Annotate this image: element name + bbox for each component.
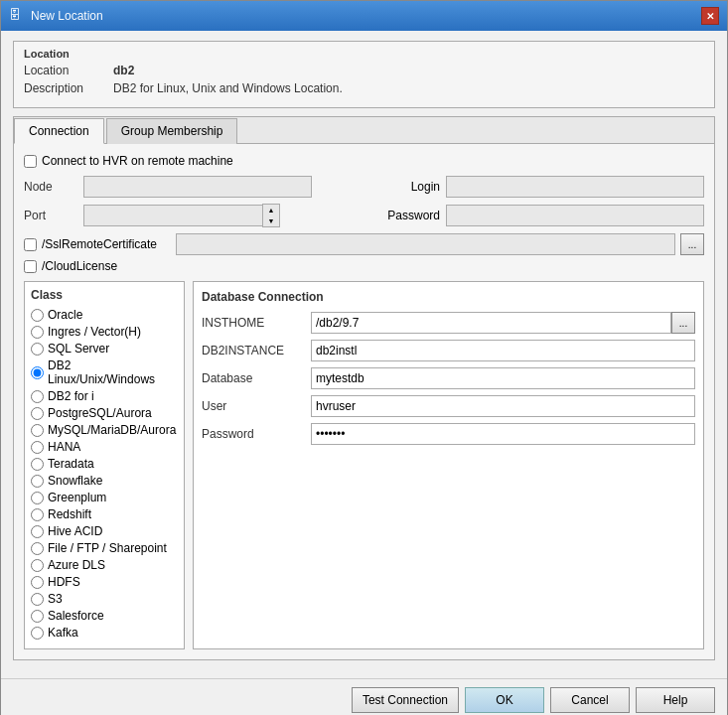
class-item-greenplum[interactable]: Greenplum [31,491,178,504]
class-radio-sqlserver[interactable] [31,343,44,356]
class-item-ingres[interactable]: Ingres / Vector(H) [31,325,178,339]
class-item-mysql[interactable]: MySQL/MariaDB/Aurora [31,423,178,437]
class-radio-kafka[interactable] [31,627,44,640]
cancel-button[interactable]: Cancel [550,687,630,713]
spin-down[interactable]: ▼ [263,215,279,226]
db-connection-panel: Database Connection INSTHOME...DB2INSTAN… [193,281,704,649]
node-input[interactable] [83,176,312,198]
class-radio-redshift[interactable] [31,508,44,521]
class-item-s3[interactable]: S3 [31,592,178,606]
db-field-wrapper-db2instance [311,340,695,361]
class-label-sqlserver: SQL Server [48,342,109,356]
ssl-browse-button[interactable]: ... [680,233,704,255]
class-item-hana[interactable]: HANA [31,440,178,454]
port-spinbox: ▲ ▼ [83,204,280,227]
class-label-hdfs: HDFS [48,575,80,589]
class-label-teradata: Teradata [48,457,94,471]
main-content: Class OracleIngres / Vector(H)SQL Server… [24,281,704,649]
class-radio-teradata[interactable] [31,458,44,471]
ssl-checkbox[interactable] [24,238,37,251]
login-input[interactable] [446,176,704,198]
remote-checkbox[interactable] [24,155,37,168]
class-item-salesforce[interactable]: Salesforce [31,609,178,623]
class-item-hdfs[interactable]: HDFS [31,575,178,589]
class-list: OracleIngres / Vector(H)SQL ServerDB2 Li… [31,308,178,640]
db-field-wrapper-insthome: ... [311,312,695,334]
db-field-input-insthome[interactable] [311,312,671,334]
tab-connection[interactable]: Connection [14,118,104,144]
db-field-input-user[interactable] [311,395,695,417]
ssl-label[interactable]: /SslRemoteCertificate [42,237,171,251]
class-radio-azure[interactable] [31,559,44,572]
password-input[interactable] [446,205,704,226]
class-label-redshift: Redshift [48,507,91,521]
class-item-postgresql[interactable]: PostgreSQL/Aurora [31,406,178,420]
description-value: DB2 for Linux, Unix and Windows Location… [113,81,343,95]
class-label-db2linux: DB2 Linux/Unix/Windows [48,358,178,386]
class-radio-db2i[interactable] [31,390,44,403]
class-item-sqlserver[interactable]: SQL Server [31,342,178,356]
ssl-row: /SslRemoteCertificate ... [24,233,704,255]
class-item-hive[interactable]: Hive ACID [31,524,178,538]
class-radio-postgresql[interactable] [31,407,44,420]
close-button[interactable]: ✕ [701,7,719,25]
spin-up[interactable]: ▲ [263,205,279,215]
port-input[interactable] [83,205,262,226]
class-item-azure[interactable]: Azure DLS [31,558,178,572]
db-connection-title: Database Connection [202,290,695,304]
class-radio-ftp[interactable] [31,542,44,555]
tab-group-membership[interactable]: Group Membership [106,118,238,144]
test-connection-button[interactable]: Test Connection [352,687,459,713]
class-label-hive: Hive ACID [48,524,102,538]
new-location-dialog: 🗄 New Location ✕ Location Location db2 D… [0,0,728,715]
ok-button[interactable]: OK [465,687,544,713]
class-label-db2i: DB2 for i [48,389,94,403]
tabs-header: Connection Group Membership [14,117,714,144]
ssl-input[interactable] [176,233,675,255]
db-field-label-user: User [202,399,311,413]
class-radio-hive[interactable] [31,525,44,538]
class-item-db2linux[interactable]: DB2 Linux/Unix/Windows [31,358,178,386]
class-radio-mysql[interactable] [31,424,44,437]
description-label: Description [24,81,103,95]
class-item-oracle[interactable]: Oracle [31,308,178,322]
location-value: db2 [113,64,134,77]
class-radio-greenplum[interactable] [31,492,44,504]
class-radio-salesforce[interactable] [31,610,44,623]
class-item-teradata[interactable]: Teradata [31,457,178,471]
class-radio-oracle[interactable] [31,309,44,322]
class-radio-ingres[interactable] [31,326,44,339]
password-label: Password [380,209,440,222]
class-radio-hdfs[interactable] [31,576,44,589]
class-label-salesforce: Salesforce [48,609,104,623]
db-browse-insthome[interactable]: ... [671,312,695,334]
class-item-snowflake[interactable]: Snowflake [31,474,178,488]
class-item-kafka[interactable]: Kafka [31,626,178,640]
port-password-row: Port ▲ ▼ Password [24,204,704,227]
login-label: Login [390,180,440,194]
class-radio-hana[interactable] [31,441,44,454]
class-item-ftp[interactable]: File / FTP / Sharepoint [31,541,178,555]
location-field-row: Location db2 [24,64,704,77]
help-button[interactable]: Help [636,687,715,713]
db-field-wrapper-password [311,423,695,445]
cloud-checkbox[interactable] [24,260,37,273]
class-label-azure: Azure DLS [48,558,105,572]
class-label-ftp: File / FTP / Sharepoint [48,541,167,555]
remote-checkbox-label[interactable]: Connect to HVR on remote machine [42,154,233,168]
db-field-input-database[interactable] [311,367,695,389]
cloud-label[interactable]: /CloudLicense [42,259,117,273]
class-label-postgresql: PostgreSQL/Aurora [48,406,152,420]
class-radio-s3[interactable] [31,593,44,606]
db-field-input-password[interactable] [311,423,695,445]
class-panel-title: Class [31,288,178,302]
db-field-input-db2instance[interactable] [311,340,695,361]
title-bar: 🗄 New Location ✕ [1,1,727,31]
class-radio-db2linux[interactable] [31,366,44,379]
class-radio-snowflake[interactable] [31,475,44,488]
db-field-row-db2instance: DB2INSTANCE [202,340,695,361]
location-section: Location Location db2 Description DB2 fo… [13,41,715,108]
node-label: Node [24,180,83,194]
class-item-db2i[interactable]: DB2 for i [31,389,178,403]
class-item-redshift[interactable]: Redshift [31,507,178,521]
